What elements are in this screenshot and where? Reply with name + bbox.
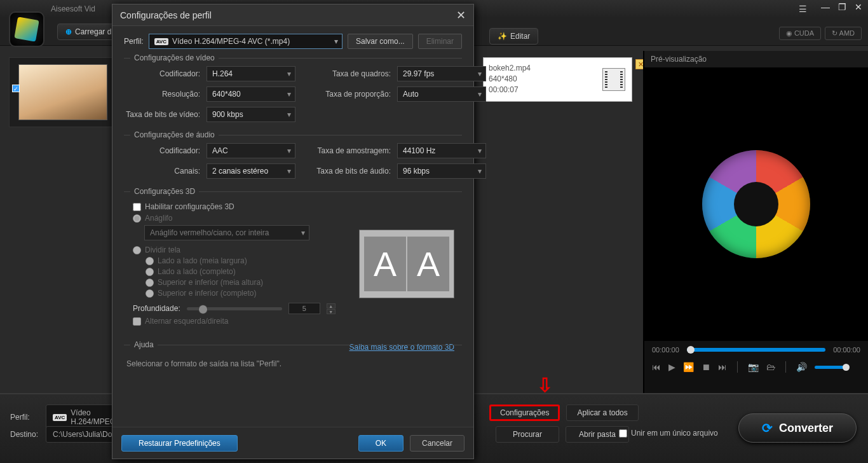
enable-3d-row[interactable]: Habilitar configurações 3D	[133, 202, 462, 211]
depth-value[interactable]: 5	[288, 303, 320, 314]
anaglyph-radio-row[interactable]: Anáglifo	[133, 214, 462, 223]
aperture-logo	[702, 150, 810, 258]
video-aspect-select[interactable]: Auto	[397, 86, 486, 102]
highlight-arrow-icon	[537, 374, 553, 396]
sbs-full-radio[interactable]	[146, 268, 154, 276]
tb-half-radio[interactable]	[146, 279, 154, 287]
depth-label: Profundidade:	[133, 304, 180, 313]
destination-path[interactable]: C:\Users\Julia\Documen	[46, 426, 121, 443]
video-bitrate-select[interactable]: 900 kbps	[207, 107, 295, 122]
next-button[interactable]: ⏭	[718, 362, 727, 372]
depth-up[interactable]: ▲	[327, 303, 336, 308]
dlg-profile-select[interactable]: AVC Vídeo H.264/MPEG-4 AVC (*.mp4)	[149, 34, 342, 49]
depth-down[interactable]: ▼	[327, 309, 336, 314]
avc-badge-icon: AVC	[154, 38, 168, 45]
snapshot-button[interactable]: 📷	[748, 362, 759, 372]
merge-checkbox-row[interactable]: Unir em um único arquivo	[619, 429, 718, 438]
anaglyph-radio[interactable]	[133, 214, 141, 223]
merge-checkbox[interactable]	[619, 429, 627, 438]
browse-button[interactable]: Procurar	[496, 426, 559, 443]
app-title: Aiseesoft Vid	[51, 4, 95, 13]
preview-title: Pré-visualização	[644, 51, 868, 67]
time-current: 00:00:00	[652, 346, 679, 354]
delete-profile-button[interactable]: Eliminar	[418, 34, 462, 49]
preview-panel: Pré-visualização 00:00:00 00:00:00 ⏮ ▶ ⏩…	[643, 51, 868, 393]
split-radio[interactable]	[133, 246, 141, 254]
menu-icon[interactable]: ☰	[799, 4, 807, 14]
cuda-badge[interactable]: ◉ CUDA	[779, 27, 821, 40]
seek-slider[interactable]	[687, 348, 825, 352]
swap-lr-row[interactable]: Alternar esquerda/direita	[133, 317, 462, 326]
save-as-button[interactable]: Salvar como...	[348, 34, 413, 49]
stop-button[interactable]: ⏹	[702, 362, 710, 372]
destination-label: Destino:	[10, 430, 41, 439]
source-thumbnail-panel	[9, 57, 117, 127]
help-group: Ajuda Selecionar o formato de saída na l…	[124, 345, 462, 372]
3d-preview-box: AA	[359, 230, 454, 298]
minimize-button[interactable]: —	[820, 3, 831, 11]
maximize-button[interactable]: ❐	[836, 3, 848, 11]
video-thumbnail[interactable]	[18, 64, 107, 120]
amd-badge[interactable]: ↻ AMD	[825, 27, 862, 40]
app-logo	[9, 11, 44, 47]
audio-bitrate-select[interactable]: 96 kbps	[397, 163, 486, 179]
dialog-title-bar: Configurações de perfil ✕	[112, 4, 473, 26]
convert-button[interactable]: ⟳ Converter	[738, 413, 857, 443]
audio-channels-select[interactable]: 2 canais estéreo	[207, 163, 295, 179]
video-fps-select[interactable]: 29.97 fps	[397, 66, 486, 81]
edit-button[interactable]: ✨Editar	[489, 28, 538, 45]
audio-settings-group: Configurações de áudio Codificador: AAC …	[124, 135, 462, 183]
dlg-profile-label: Perfil:	[124, 37, 144, 46]
prev-button[interactable]: ⏮	[652, 362, 661, 372]
swap-lr-checkbox[interactable]	[133, 317, 141, 326]
fast-forward-button[interactable]: ⏩	[683, 362, 694, 372]
video-encoder-select[interactable]: H.264	[207, 66, 295, 81]
anaglyph-type-select[interactable]: Anáglifo vermelho/ciano, cor inteira	[144, 225, 309, 240]
cancel-button[interactable]: Cancelar	[410, 435, 465, 452]
profile-label: Perfil:	[10, 413, 41, 422]
avc-format-icon	[602, 68, 625, 91]
video-resolution-select[interactable]: 640*480	[207, 86, 295, 102]
dialog-close-button[interactable]: ✕	[456, 8, 466, 22]
close-button[interactable]: ✕	[853, 3, 864, 11]
tb-full-radio[interactable]	[146, 289, 154, 298]
thumbnail-checkbox[interactable]	[12, 85, 20, 92]
play-button[interactable]: ▶	[668, 362, 675, 372]
dialog-footer: Restaurar Predefinições OK Cancelar	[112, 427, 473, 459]
ok-button[interactable]: OK	[358, 435, 403, 452]
dialog-title: Configurações de perfil	[120, 10, 212, 20]
refresh-icon: ⟳	[762, 420, 773, 436]
volume-slider[interactable]	[815, 366, 846, 369]
preview-viewport	[644, 67, 868, 341]
settings-button[interactable]: Configurações	[489, 404, 560, 421]
audio-encoder-select[interactable]: AAC	[207, 143, 295, 158]
profile-settings-dialog: Configurações de perfil ✕ Perfil: AVC Ví…	[112, 4, 474, 459]
open-snapshot-folder-button[interactable]: 🗁	[766, 362, 775, 372]
help-text: Selecionar o formato de saída na lista "…	[126, 359, 462, 368]
time-total: 00:00:00	[833, 346, 860, 354]
depth-slider[interactable]	[187, 307, 282, 310]
video-settings-group: Configurações de vídeo Codificador: H.26…	[124, 58, 462, 126]
restore-defaults-button[interactable]: Restaurar Predefinições	[121, 435, 238, 452]
sbs-half-radio[interactable]	[146, 257, 154, 265]
enable-3d-checkbox[interactable]	[133, 203, 141, 211]
audio-samplerate-select[interactable]: 44100 Hz	[397, 143, 486, 158]
volume-icon[interactable]: 🔊	[796, 362, 807, 372]
apply-to-all-button[interactable]: Aplicar a todos	[566, 404, 638, 421]
file-info-card[interactable]: bokeh2.mp4 640*480 00:00:07 ✕	[483, 57, 632, 102]
